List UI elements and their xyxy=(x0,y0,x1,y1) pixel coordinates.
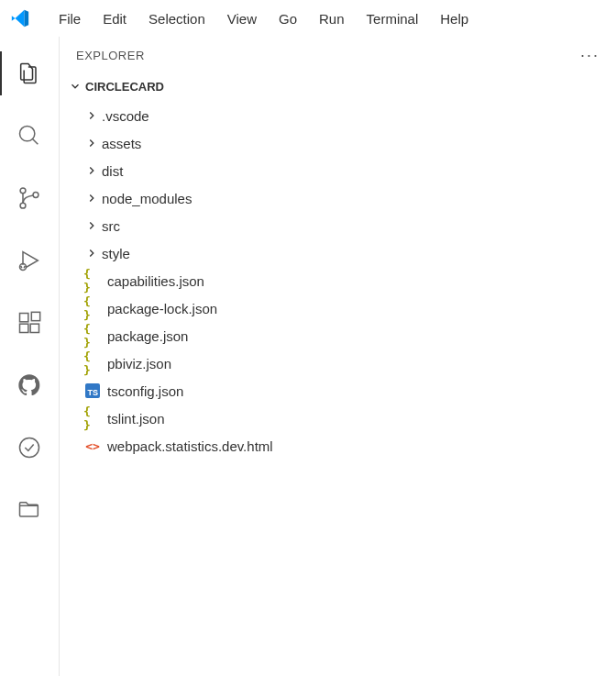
folder-name: node_modules xyxy=(102,191,192,206)
svg-point-9 xyxy=(20,438,39,458)
activity-task[interactable] xyxy=(0,418,59,477)
file-name: capabilities.json xyxy=(107,273,204,289)
file-name: webpack.statistics.dev.html xyxy=(107,438,273,454)
task-icon xyxy=(16,435,42,460)
menu-items: FileEditSelectionViewGoRunTerminalHelp xyxy=(48,7,479,30)
menu-item-selection[interactable]: Selection xyxy=(138,7,216,30)
json-icon: { } xyxy=(83,299,102,317)
explorer-sidebar: EXPLORER ··· CIRCLECARD .vscodeassetsdis… xyxy=(59,37,616,676)
folder-item[interactable]: .vscode xyxy=(60,102,616,129)
menu-item-help[interactable]: Help xyxy=(429,7,479,30)
activity-extensions[interactable] xyxy=(0,294,59,352)
file-item[interactable]: TStsconfig.json xyxy=(60,377,616,404)
folder-name: .vscode xyxy=(102,108,149,124)
folder-name: src xyxy=(102,218,120,234)
run-debug-icon xyxy=(16,248,42,273)
svg-point-3 xyxy=(33,193,38,198)
menu-item-file[interactable]: File xyxy=(48,7,92,30)
activity-github[interactable] xyxy=(0,356,59,415)
folder-name: assets xyxy=(102,136,141,151)
tree-children: .vscodeassetsdistnode_modulessrcstyle{ }… xyxy=(60,102,616,460)
file-item[interactable]: { }package.json xyxy=(60,322,616,349)
menubar: FileEditSelectionViewGoRunTerminalHelp xyxy=(0,0,616,37)
menu-item-edit[interactable]: Edit xyxy=(92,7,138,30)
file-item[interactable]: { }pbiviz.json xyxy=(60,349,616,377)
folder-item[interactable]: assets xyxy=(60,129,616,157)
file-item[interactable]: { }tslint.json xyxy=(60,404,616,432)
vscode-logo-icon xyxy=(7,6,33,31)
source-control-icon xyxy=(16,185,42,211)
menu-item-view[interactable]: View xyxy=(216,7,268,30)
github-icon xyxy=(16,372,42,398)
activity-folder[interactable] xyxy=(0,481,59,539)
file-name: package-lock.json xyxy=(107,301,217,316)
svg-rect-7 xyxy=(30,324,38,332)
chevron-right-icon xyxy=(83,217,100,234)
file-name: pbiviz.json xyxy=(107,356,171,371)
activity-explorer[interactable] xyxy=(0,44,59,103)
file-item[interactable]: { }package-lock.json xyxy=(60,294,616,322)
folder-icon xyxy=(16,497,42,523)
folder-item[interactable]: style xyxy=(60,239,616,267)
chevron-right-icon xyxy=(83,162,100,179)
chevron-right-icon xyxy=(83,107,100,124)
extensions-icon xyxy=(16,310,42,336)
chevron-right-icon xyxy=(83,135,100,151)
explorer-icon xyxy=(16,61,42,86)
json-icon: { } xyxy=(83,354,102,372)
folder-item[interactable]: src xyxy=(60,212,616,239)
menu-item-terminal[interactable]: Terminal xyxy=(356,7,430,30)
folder-name: dist xyxy=(102,163,123,179)
sidebar-title: EXPLORER xyxy=(76,49,145,62)
json-icon: { } xyxy=(83,272,102,290)
sidebar-header: EXPLORER ··· xyxy=(60,37,616,74)
json-icon: { } xyxy=(83,327,102,345)
tree-root-header[interactable]: CIRCLECARD xyxy=(60,74,616,102)
activity-search[interactable] xyxy=(0,106,59,165)
chevron-right-icon xyxy=(83,190,100,206)
workbench: EXPLORER ··· CIRCLECARD .vscodeassetsdis… xyxy=(0,37,616,676)
more-actions-icon[interactable]: ··· xyxy=(580,46,600,65)
activitybar xyxy=(0,37,59,676)
file-name: tsconfig.json xyxy=(107,383,183,399)
file-name: package.json xyxy=(107,328,188,344)
menu-item-go[interactable]: Go xyxy=(268,7,308,30)
svg-rect-5 xyxy=(20,314,28,322)
svg-rect-6 xyxy=(20,324,28,332)
svg-point-1 xyxy=(20,188,26,194)
tree-root-name: CIRCLECARD xyxy=(85,80,164,94)
svg-rect-8 xyxy=(31,312,39,320)
json-icon: { } xyxy=(83,409,102,427)
folder-item[interactable]: node_modules xyxy=(60,184,616,212)
chevron-right-icon xyxy=(83,245,100,261)
ts-icon: TS xyxy=(83,382,102,400)
file-item[interactable]: <>webpack.statistics.dev.html xyxy=(60,432,616,460)
search-icon xyxy=(16,123,42,149)
folder-name: style xyxy=(102,246,130,261)
menu-item-run[interactable]: Run xyxy=(308,7,356,30)
activity-source-control[interactable] xyxy=(0,169,59,227)
activity-run-debug[interactable] xyxy=(0,231,59,290)
folder-item[interactable]: dist xyxy=(60,157,616,184)
file-name: tslint.json xyxy=(107,411,165,427)
svg-point-0 xyxy=(20,127,35,141)
file-item[interactable]: { }capabilities.json xyxy=(60,267,616,294)
svg-point-2 xyxy=(20,203,26,208)
html-icon: <> xyxy=(83,437,102,455)
chevron-down-icon xyxy=(67,78,83,94)
